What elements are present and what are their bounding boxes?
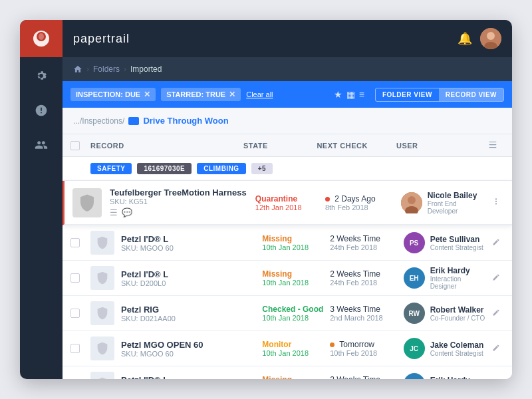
list-detail-icon[interactable]: ☰ <box>110 207 118 217</box>
svg-point-7 <box>408 196 416 204</box>
record-next: 2 Weeks Time 24th Feb 2018 <box>330 269 403 287</box>
folder-view-button[interactable]: FOLDER VIEW <box>376 88 439 101</box>
remove-starred-filter-icon[interactable]: ✕ <box>229 90 235 99</box>
record-user: EH Erik Hardy Interaction Designer <box>404 266 488 290</box>
user-name: Robert Walker <box>430 305 485 315</box>
user-info: Erik Hardy Interaction <box>430 376 470 380</box>
breadcrumb-folders[interactable]: Folders <box>93 65 120 74</box>
select-all-checkbox[interactable] <box>70 141 80 150</box>
table-row: Petzl I'D® L SKU: D200L0 Missing 10th Ja… <box>63 261 512 296</box>
record-thumb-sm <box>90 266 114 290</box>
tag-id: 161697030E <box>137 163 192 174</box>
grid-icon[interactable]: ▦ <box>346 89 355 100</box>
next-date: 8th Feb 2018 <box>325 203 401 211</box>
star-icon[interactable]: ★ <box>334 89 342 100</box>
next-time: 2 Days Ago <box>325 194 401 203</box>
record-sku: SKU: D021AA00 <box>121 315 262 323</box>
highlighted-user-info: Nicole Bailey Front End Developer <box>428 191 488 215</box>
user-title: Content Strategist <box>430 350 484 357</box>
user-name: Pete Sullivan <box>430 235 483 244</box>
notification-bell-icon[interactable]: 🔔 <box>458 31 472 46</box>
content-area[interactable]: SAFETY 161697030E CLIMBING +5 Teufelberg… <box>63 157 512 379</box>
row-checkbox-wrap <box>70 344 90 353</box>
record-thumb-sm <box>90 231 114 255</box>
record-info: Petzl I'D® L SKU: D200L0 <box>121 269 262 287</box>
record-state: Missing 10th Jan 2018 <box>262 269 330 287</box>
main-area: papertrail 🔔 › Folders › Imported <box>63 20 512 379</box>
record-sku: SKU: MGOO 60 <box>121 244 262 252</box>
list-icon[interactable]: ≡ <box>359 89 364 100</box>
user-avatar: EH <box>404 267 425 289</box>
highlighted-user-title: Front End Developer <box>428 200 488 215</box>
tag-safety: SAFETY <box>90 163 132 174</box>
state-date: 10th Jan 2018 <box>262 279 330 287</box>
row-checkbox-wrap <box>70 238 90 247</box>
record-user: JC Jake Coleman Content Strategist <box>404 338 488 359</box>
row-checkbox[interactable] <box>70 309 80 318</box>
app-name: papertrail <box>73 32 130 46</box>
row-checkbox[interactable] <box>70 273 80 283</box>
sidebar-item-users[interactable] <box>20 129 63 161</box>
breadcrumb-imported[interactable]: Imported <box>130 65 162 74</box>
record-user: RW Robert Walker Co-Founder / CTO <box>404 303 488 324</box>
sidebar-item-billing[interactable] <box>20 94 63 126</box>
user-title: Content Strategist <box>430 244 483 251</box>
folder-name-link[interactable]: Drive Through Woon <box>143 116 228 126</box>
record-name: Petzl I'D® L <box>121 375 262 380</box>
user-avatar: RW <box>404 303 425 324</box>
next-date: 10th Feb 2018 <box>330 349 403 357</box>
state-label: Monitor <box>262 340 330 349</box>
highlighted-record-next: 2 Days Ago 8th Feb 2018 <box>325 194 401 211</box>
header-record: Record <box>90 142 243 150</box>
row-action[interactable] <box>488 308 504 319</box>
highlighted-record-row: Teufelberger TreeMotion Harness SKU: KG5… <box>63 181 512 225</box>
highlighted-user-avatar <box>401 192 422 213</box>
record-name: Petzl I'D® L <box>121 269 262 279</box>
header-next-check: Next Check <box>317 142 396 150</box>
remove-inspection-filter-icon[interactable]: ✕ <box>144 90 150 99</box>
user-title: Co-Founder / CTO <box>430 315 485 322</box>
highlighted-row-action[interactable] <box>488 197 504 208</box>
record-sku: SKU: MGOO 60 <box>121 350 262 358</box>
next-time: 2 Weeks Time <box>330 269 403 279</box>
state-label: Missing <box>262 269 330 279</box>
table-row: Petzl I'D® L SKU: D200L0 Missing 10th Ja… <box>63 366 512 379</box>
header-actions <box>488 140 504 152</box>
view-toggle: FOLDER VIEW RECORD VIEW <box>375 88 504 102</box>
user-name: Jake Coleman <box>430 340 484 350</box>
topnav-icons: 🔔 <box>458 28 501 49</box>
sidebar-item-settings[interactable] <box>20 60 63 92</box>
urgency-dot-icon <box>330 342 334 347</box>
filter-chip-inspection[interactable]: INSPECTION: DUE ✕ <box>70 88 156 101</box>
row-checkbox[interactable] <box>70 344 80 353</box>
row-checkbox-wrap <box>70 273 90 283</box>
filter-chip-starred[interactable]: STARRED: TRUE ✕ <box>161 88 241 101</box>
record-view-button[interactable]: RECORD VIEW <box>439 88 503 101</box>
record-thumb-sm <box>90 301 114 325</box>
record-state: Monitor 10th Jan 2018 <box>262 340 330 357</box>
highlighted-record-sku: SKU: KG51 <box>110 198 255 205</box>
row-checkbox[interactable] <box>70 238 80 247</box>
row-action[interactable] <box>488 378 504 379</box>
urgency-dot-icon <box>325 197 330 201</box>
folder-path: .../Inspections/ Drive Through Woon <box>63 108 512 134</box>
clear-all-filters[interactable]: Clear all <box>246 90 273 98</box>
tag-row: SAFETY 161697030E CLIMBING +5 <box>63 157 512 181</box>
sidebar-logo[interactable] <box>20 20 63 57</box>
records-list: Petzl I'D® L SKU: MGOO 60 Missing 10th J… <box>63 225 512 379</box>
next-date: 24th Feb 2018 <box>330 243 403 251</box>
record-name: Petzl RIG <box>121 305 262 315</box>
table-header: Record State Next Check User <box>63 134 512 157</box>
row-checkbox-wrap <box>70 309 90 318</box>
sidebar <box>20 20 63 379</box>
user-avatar[interactable] <box>480 28 501 49</box>
row-action[interactable] <box>488 343 504 354</box>
row-action[interactable] <box>488 273 504 283</box>
row-action[interactable] <box>488 237 504 248</box>
next-time: Tomorrow <box>330 340 403 349</box>
record-next: 3 Weeks Time 2nd March 2018 <box>330 305 403 322</box>
record-info: Petzl MGO OPEN 60 SKU: MGOO 60 <box>121 340 262 358</box>
next-time: 2 Weeks Time <box>330 375 403 379</box>
header-check <box>70 141 90 150</box>
comment-icon[interactable]: 💬 <box>122 207 132 217</box>
